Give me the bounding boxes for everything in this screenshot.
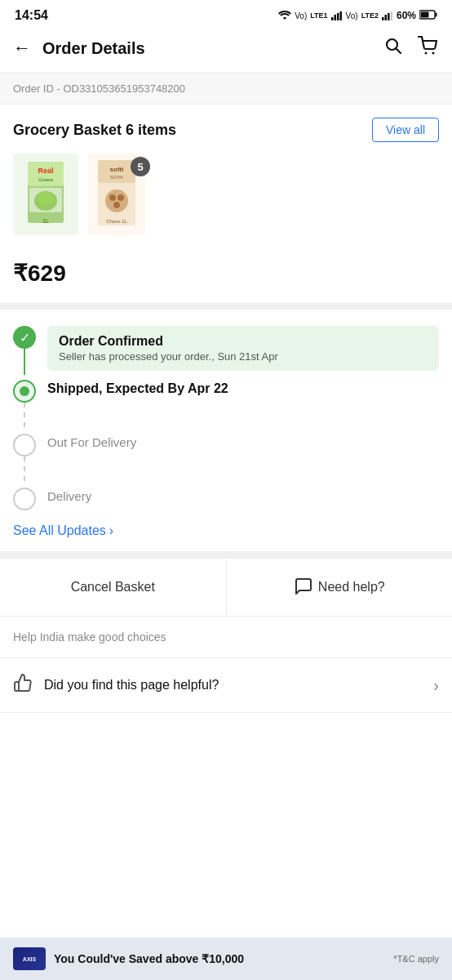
svg-rect-10 — [421, 11, 429, 17]
bank-card-icon: AXIS — [13, 947, 46, 970]
confirmed-box: Order Confirmed Seller has processed you… — [47, 326, 439, 371]
additional-count-badge: 5 — [131, 157, 150, 176]
signal-bars-2 — [382, 11, 393, 20]
signal-indicator: Vo) — [295, 11, 307, 20]
step-delivery: Delivery — [13, 488, 439, 510]
svg-text:Choco 1L: Choco 1L — [106, 219, 127, 224]
step-1-indicator: ✓ — [13, 326, 36, 375]
step-1-line — [24, 349, 25, 375]
svg-rect-3 — [339, 11, 342, 20]
product-1-image: Real Guava 1L — [13, 154, 78, 235]
svg-point-32 — [113, 202, 120, 208]
cancel-basket-label: Cancel Basket — [71, 580, 155, 595]
cart-icon[interactable] — [418, 36, 439, 60]
step-confirmed: ✓ Order Confirmed Seller has processed y… — [13, 326, 439, 375]
svg-text:1L: 1L — [42, 218, 49, 224]
svg-text:SOYA: SOYA — [110, 175, 123, 180]
status-bar: 14:54 Vo) LTE1 Vo) LTE2 60% — [0, 0, 452, 28]
svg-text:Real: Real — [38, 167, 53, 175]
step-4-label: Delivery — [47, 489, 439, 503]
chat-icon — [294, 577, 312, 598]
basket-header: Grocery Basket 6 items View all — [13, 118, 439, 142]
order-id-bar: Order ID - OD331053651953748200 — [0, 73, 452, 105]
help-india-section: Help India make good choices — [0, 617, 452, 658]
step-4-content: Delivery — [47, 488, 439, 503]
step-1-label: Order Confirmed — [59, 334, 428, 349]
header: ← Order Details — [0, 28, 452, 73]
banner-tc-text: *T&C apply — [393, 954, 439, 964]
helpful-section[interactable]: Did you find this page helpful? › — [0, 658, 452, 713]
step-3-line — [24, 457, 25, 483]
svg-point-31 — [117, 194, 124, 201]
svg-rect-6 — [388, 13, 390, 20]
chevron-right-icon: › — [109, 523, 113, 538]
bottom-banner: AXIS You Could've Saved above ₹10,000 *T… — [0, 938, 452, 980]
svg-rect-1 — [334, 15, 336, 20]
header-left: ← Order Details — [13, 38, 145, 59]
svg-text:sofit: sofit — [110, 166, 124, 173]
order-id: Order ID - OD331053651953748200 — [13, 82, 185, 95]
svg-rect-2 — [337, 13, 339, 20]
svg-point-14 — [432, 52, 435, 55]
svg-point-22 — [38, 192, 54, 205]
step-1-circle: ✓ — [13, 326, 36, 349]
step-3-circle — [13, 434, 36, 457]
see-all-updates-link[interactable]: See All Updates › — [13, 523, 439, 538]
signal-indicator-2: Vo) — [346, 11, 358, 20]
step-delivery-out: Out For Delivery — [13, 434, 439, 483]
banner-text: You Could've Saved above ₹10,000 — [54, 952, 244, 965]
battery-icon — [419, 10, 437, 22]
cancel-basket-button[interactable]: Cancel Basket — [0, 559, 227, 616]
step-2-label: Shipped, Expected By Apr 22 — [47, 381, 439, 396]
svg-rect-5 — [384, 15, 387, 20]
thumbs-up-icon — [13, 673, 33, 697]
lte1-icon: LTE1 — [310, 11, 327, 20]
product-2-wrap: sofit SOYA Choco 1L 5 — [88, 154, 153, 235]
svg-rect-4 — [382, 17, 384, 20]
bottom-actions: Cancel Basket Need help? — [0, 558, 452, 617]
step-2-content: Shipped, Expected By Apr 22 — [47, 380, 439, 396]
svg-text:Guava: Guava — [38, 177, 53, 182]
step-3-label: Out For Delivery — [47, 435, 439, 449]
step-4-circle — [13, 488, 36, 510]
step-1-sublabel: Seller has processed your order., Sun 21… — [59, 350, 428, 363]
header-actions — [383, 36, 439, 60]
help-india-text: Help India make good choices — [13, 630, 166, 644]
need-help-button[interactable]: Need help? — [227, 559, 453, 616]
total-price: ₹629 — [13, 261, 66, 286]
step-2-line — [24, 403, 25, 429]
order-status-section: ✓ Order Confirmed Seller has processed y… — [0, 310, 452, 551]
battery-text: 60% — [397, 10, 416, 21]
svg-line-12 — [397, 49, 401, 54]
status-time: 14:54 — [15, 8, 48, 23]
svg-rect-7 — [390, 11, 392, 20]
svg-rect-0 — [331, 17, 334, 20]
step-2-circle — [13, 380, 36, 403]
svg-point-29 — [105, 189, 128, 212]
basket-title: Grocery Basket 6 items — [13, 122, 176, 139]
svg-point-30 — [109, 194, 116, 201]
signal-bars-1 — [331, 11, 343, 20]
banner-left: AXIS You Could've Saved above ₹10,000 — [13, 947, 244, 970]
helpful-text: Did you find this page helpful? — [44, 678, 219, 693]
step-4-indicator — [13, 488, 36, 510]
wifi-icon — [278, 10, 291, 22]
price-section: ₹629 — [0, 247, 452, 310]
page-title: Order Details — [42, 39, 145, 58]
helpful-left: Did you find this page helpful? — [13, 673, 219, 697]
step-3-indicator — [13, 434, 36, 483]
need-help-label: Need help? — [318, 580, 385, 595]
step-processing: Shipped, Expected By Apr 22 — [13, 380, 439, 429]
view-all-button[interactable]: View all — [372, 118, 439, 142]
lte2-icon: LTE2 — [361, 11, 379, 20]
back-button[interactable]: ← — [13, 38, 31, 59]
status-icons: Vo) LTE1 Vo) LTE2 60% — [278, 10, 437, 22]
helpful-chevron-right-icon: › — [433, 676, 439, 695]
step-3-content: Out For Delivery — [47, 434, 439, 449]
divider-1 — [0, 551, 452, 558]
svg-rect-9 — [436, 12, 437, 16]
see-all-updates-label: See All Updates — [13, 523, 106, 538]
search-icon[interactable] — [383, 36, 403, 60]
basket-images: Real Guava 1L sofit SOYA — [13, 154, 439, 235]
basket-section: Grocery Basket 6 items View all Real Gua… — [0, 105, 452, 247]
